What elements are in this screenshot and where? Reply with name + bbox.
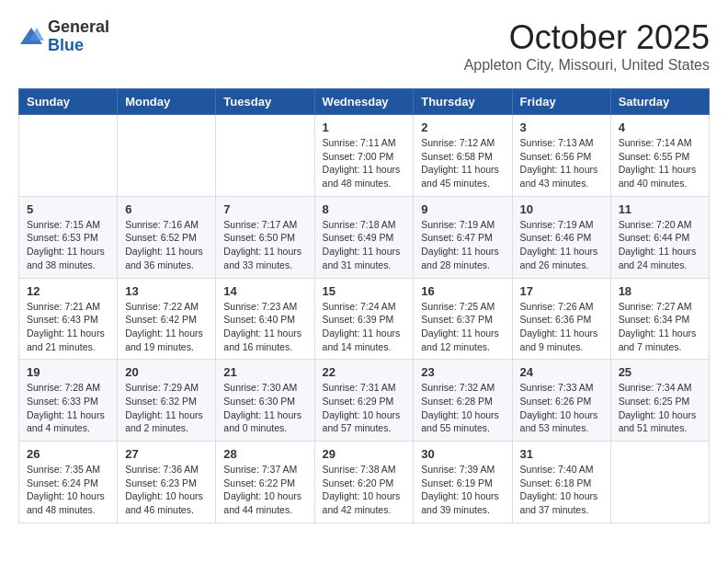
day-info: Sunrise: 7:17 AM Sunset: 6:50 PM Dayligh… [223, 218, 306, 272]
day-number: 25 [619, 365, 701, 379]
day-number: 4 [619, 121, 701, 134]
day-number: 22 [323, 365, 406, 379]
day-info: Sunrise: 7:12 AM Sunset: 6:58 PM Dayligh… [421, 136, 504, 190]
day-number: 21 [223, 365, 306, 379]
logo-text: General Blue [48, 18, 109, 55]
calendar-day-cell: 31Sunrise: 7:40 AM Sunset: 6:18 PM Dayli… [512, 442, 610, 523]
day-number: 18 [619, 284, 701, 298]
day-number: 17 [520, 284, 603, 298]
weekday-header: Friday [512, 89, 610, 115]
calendar-day-cell: 14Sunrise: 7:23 AM Sunset: 6:40 PM Dayli… [216, 278, 314, 360]
day-number: 28 [223, 447, 306, 461]
logo-icon [18, 24, 44, 50]
calendar-day-cell: 12Sunrise: 7:21 AM Sunset: 6:43 PM Dayli… [19, 278, 118, 360]
day-number: 3 [520, 121, 603, 134]
calendar-day-cell: 23Sunrise: 7:32 AM Sunset: 6:28 PM Dayli… [414, 360, 512, 442]
calendar-day-cell: 29Sunrise: 7:38 AM Sunset: 6:20 PM Dayli… [314, 442, 414, 523]
day-info: Sunrise: 7:19 AM Sunset: 6:46 PM Dayligh… [520, 218, 603, 272]
title-block: October 2025 Appleton City, Missouri, Un… [464, 18, 710, 74]
calendar-day-cell: 20Sunrise: 7:29 AM Sunset: 6:32 PM Dayli… [118, 360, 216, 442]
day-info: Sunrise: 7:11 AM Sunset: 7:00 PM Dayligh… [323, 136, 406, 190]
calendar-day-cell [19, 115, 118, 197]
weekday-header: Wednesday [314, 89, 414, 115]
calendar-day-cell: 1Sunrise: 7:11 AM Sunset: 7:00 PM Daylig… [314, 115, 414, 197]
logo-general: General [48, 18, 109, 37]
day-number: 30 [421, 447, 504, 461]
calendar-day-cell: 10Sunrise: 7:19 AM Sunset: 6:46 PM Dayli… [512, 196, 610, 278]
calendar-header-row: SundayMondayTuesdayWednesdayThursdayFrid… [19, 89, 710, 115]
calendar-week-row: 5Sunrise: 7:15 AM Sunset: 6:53 PM Daylig… [19, 196, 710, 278]
calendar-day-cell [118, 115, 216, 197]
calendar-day-cell: 22Sunrise: 7:31 AM Sunset: 6:29 PM Dayli… [314, 360, 414, 442]
day-info: Sunrise: 7:36 AM Sunset: 6:23 PM Dayligh… [125, 463, 208, 517]
day-number: 11 [619, 202, 701, 216]
day-number: 23 [421, 365, 504, 379]
weekday-header: Thursday [414, 89, 512, 115]
calendar-day-cell: 9Sunrise: 7:19 AM Sunset: 6:47 PM Daylig… [414, 196, 512, 278]
day-number: 1 [323, 121, 406, 134]
calendar-week-row: 12Sunrise: 7:21 AM Sunset: 6:43 PM Dayli… [19, 278, 710, 360]
day-info: Sunrise: 7:29 AM Sunset: 6:32 PM Dayligh… [125, 381, 208, 435]
calendar-day-cell: 13Sunrise: 7:22 AM Sunset: 6:42 PM Dayli… [118, 278, 216, 360]
day-info: Sunrise: 7:21 AM Sunset: 6:43 PM Dayligh… [27, 300, 109, 354]
day-info: Sunrise: 7:40 AM Sunset: 6:18 PM Dayligh… [520, 463, 603, 517]
day-info: Sunrise: 7:32 AM Sunset: 6:28 PM Dayligh… [421, 381, 504, 435]
day-number: 19 [27, 365, 109, 379]
day-info: Sunrise: 7:37 AM Sunset: 6:22 PM Dayligh… [223, 463, 306, 517]
day-number: 24 [520, 365, 603, 379]
day-info: Sunrise: 7:14 AM Sunset: 6:55 PM Dayligh… [619, 136, 701, 190]
day-number: 9 [421, 202, 504, 216]
day-number: 15 [323, 284, 406, 298]
weekday-header: Tuesday [216, 89, 314, 115]
day-info: Sunrise: 7:34 AM Sunset: 6:25 PM Dayligh… [619, 381, 701, 435]
calendar-day-cell: 30Sunrise: 7:39 AM Sunset: 6:19 PM Dayli… [414, 442, 512, 523]
day-number: 7 [223, 202, 306, 216]
weekday-header: Saturday [610, 89, 709, 115]
day-number: 27 [125, 447, 208, 461]
day-info: Sunrise: 7:16 AM Sunset: 6:52 PM Dayligh… [125, 218, 208, 272]
calendar-day-cell: 26Sunrise: 7:35 AM Sunset: 6:24 PM Dayli… [19, 442, 118, 523]
calendar-day-cell: 15Sunrise: 7:24 AM Sunset: 6:39 PM Dayli… [314, 278, 414, 360]
day-info: Sunrise: 7:20 AM Sunset: 6:44 PM Dayligh… [619, 218, 701, 272]
calendar-day-cell: 25Sunrise: 7:34 AM Sunset: 6:25 PM Dayli… [610, 360, 709, 442]
day-number: 12 [27, 284, 109, 298]
calendar-day-cell: 6Sunrise: 7:16 AM Sunset: 6:52 PM Daylig… [118, 196, 216, 278]
calendar-week-row: 1Sunrise: 7:11 AM Sunset: 7:00 PM Daylig… [19, 115, 710, 197]
day-number: 5 [27, 202, 109, 216]
day-number: 26 [27, 447, 109, 461]
day-info: Sunrise: 7:19 AM Sunset: 6:47 PM Dayligh… [421, 218, 504, 272]
day-info: Sunrise: 7:26 AM Sunset: 6:36 PM Dayligh… [520, 300, 603, 354]
calendar-day-cell: 16Sunrise: 7:25 AM Sunset: 6:37 PM Dayli… [414, 278, 512, 360]
calendar-day-cell: 21Sunrise: 7:30 AM Sunset: 6:30 PM Dayli… [216, 360, 314, 442]
calendar-day-cell: 5Sunrise: 7:15 AM Sunset: 6:53 PM Daylig… [19, 196, 118, 278]
day-info: Sunrise: 7:28 AM Sunset: 6:33 PM Dayligh… [27, 381, 109, 435]
calendar-day-cell: 4Sunrise: 7:14 AM Sunset: 6:55 PM Daylig… [610, 115, 709, 197]
day-info: Sunrise: 7:35 AM Sunset: 6:24 PM Dayligh… [27, 463, 109, 517]
calendar-day-cell: 27Sunrise: 7:36 AM Sunset: 6:23 PM Dayli… [118, 442, 216, 523]
calendar-day-cell [216, 115, 314, 197]
calendar-day-cell: 18Sunrise: 7:27 AM Sunset: 6:34 PM Dayli… [610, 278, 709, 360]
day-info: Sunrise: 7:23 AM Sunset: 6:40 PM Dayligh… [223, 300, 306, 354]
weekday-header: Monday [118, 89, 216, 115]
month-title: October 2025 [464, 18, 710, 57]
location-title: Appleton City, Missouri, United States [464, 57, 710, 74]
day-number: 2 [421, 121, 504, 134]
calendar-day-cell: 19Sunrise: 7:28 AM Sunset: 6:33 PM Dayli… [19, 360, 118, 442]
day-info: Sunrise: 7:25 AM Sunset: 6:37 PM Dayligh… [421, 300, 504, 354]
day-info: Sunrise: 7:30 AM Sunset: 6:30 PM Dayligh… [223, 381, 306, 435]
calendar-table: SundayMondayTuesdayWednesdayThursdayFrid… [18, 88, 710, 523]
day-number: 8 [323, 202, 406, 216]
day-number: 16 [421, 284, 504, 298]
calendar-day-cell [610, 442, 709, 523]
day-number: 10 [520, 202, 603, 216]
day-info: Sunrise: 7:38 AM Sunset: 6:20 PM Dayligh… [323, 463, 406, 517]
logo: General Blue [18, 18, 109, 55]
calendar-day-cell: 7Sunrise: 7:17 AM Sunset: 6:50 PM Daylig… [216, 196, 314, 278]
calendar-week-row: 19Sunrise: 7:28 AM Sunset: 6:33 PM Dayli… [19, 360, 710, 442]
day-number: 31 [520, 447, 603, 461]
calendar-day-cell: 3Sunrise: 7:13 AM Sunset: 6:56 PM Daylig… [512, 115, 610, 197]
weekday-header: Sunday [19, 89, 118, 115]
day-number: 6 [125, 202, 208, 216]
page-header: General Blue October 2025 Appleton City,… [18, 18, 710, 74]
day-info: Sunrise: 7:33 AM Sunset: 6:26 PM Dayligh… [520, 381, 603, 435]
